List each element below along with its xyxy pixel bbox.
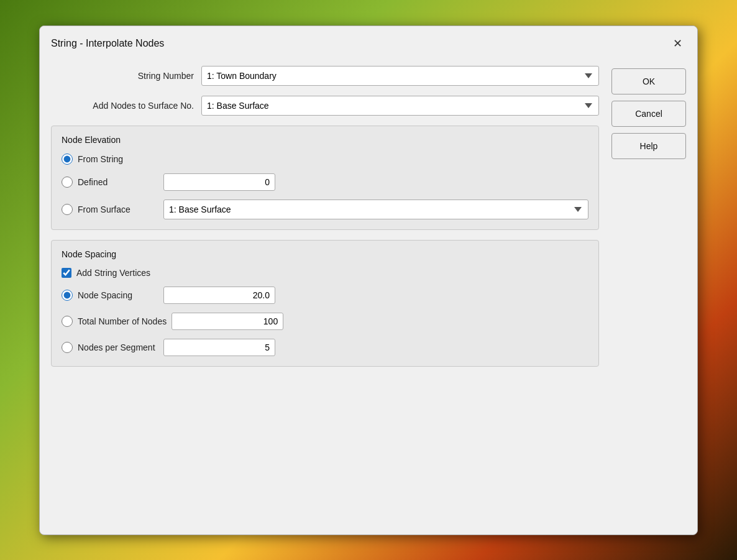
- defined-row: Defined: [62, 173, 588, 191]
- add-string-vertices-row: Add String Vertices: [62, 268, 588, 278]
- side-buttons: OK Cancel Help: [611, 66, 686, 367]
- from-surface-select[interactable]: 1: Base Surface: [163, 200, 588, 219]
- node-spacing-label: Node Spacing: [78, 290, 158, 300]
- node-spacing-row: Node Spacing: [62, 287, 588, 304]
- string-number-label: String Number: [51, 71, 194, 81]
- node-spacing-section: Node Spacing Add String Vertices Node Sp…: [51, 240, 599, 367]
- from-string-row: From String: [62, 154, 588, 165]
- node-elevation-title: Node Elevation: [62, 135, 588, 145]
- from-string-label: From String: [78, 154, 158, 164]
- node-spacing-radio[interactable]: [62, 290, 73, 301]
- from-surface-radio[interactable]: [62, 204, 73, 215]
- add-string-vertices-checkbox[interactable]: [62, 268, 71, 278]
- dialog-title: String - Interpolate Nodes: [51, 38, 164, 49]
- add-string-vertices-label: Add String Vertices: [76, 268, 150, 278]
- total-nodes-row: Total Number of Nodes: [62, 313, 588, 330]
- defined-value-input[interactable]: [163, 173, 275, 191]
- help-button[interactable]: Help: [611, 133, 686, 159]
- nodes-per-segment-value-input[interactable]: [163, 339, 275, 356]
- node-spacing-value-input[interactable]: [163, 287, 275, 304]
- string-number-select[interactable]: 1: Town Boundary: [201, 66, 599, 86]
- from-string-radio[interactable]: [62, 154, 73, 165]
- defined-label: Defined: [78, 177, 158, 187]
- add-nodes-select[interactable]: 1: Base Surface: [201, 96, 599, 116]
- string-number-row: String Number 1: Town Boundary: [51, 66, 599, 86]
- main-content: String Number 1: Town Boundary Add Nodes…: [51, 66, 599, 367]
- total-nodes-label: Total Number of Nodes: [78, 316, 167, 326]
- nodes-per-segment-label: Nodes per Segment: [78, 342, 158, 352]
- total-nodes-radio[interactable]: [62, 316, 73, 327]
- from-surface-row: From Surface 1: Base Surface: [62, 200, 588, 219]
- dialog-body: String Number 1: Town Boundary Add Nodes…: [40, 60, 697, 379]
- close-button[interactable]: ✕: [669, 35, 686, 52]
- dialog-window: String - Interpolate Nodes ✕ String Numb…: [39, 25, 698, 535]
- nodes-per-segment-radio[interactable]: [62, 342, 73, 353]
- add-nodes-label: Add Nodes to Surface No.: [51, 101, 194, 111]
- from-surface-label: From Surface: [78, 204, 158, 214]
- ok-button[interactable]: OK: [611, 68, 686, 94]
- node-spacing-title: Node Spacing: [62, 249, 588, 259]
- node-elevation-section: Node Elevation From String Defined From …: [51, 126, 599, 230]
- cancel-button[interactable]: Cancel: [611, 101, 686, 127]
- add-nodes-row: Add Nodes to Surface No. 1: Base Surface: [51, 96, 599, 116]
- nodes-per-segment-row: Nodes per Segment: [62, 339, 588, 356]
- total-nodes-value-input[interactable]: [172, 313, 283, 330]
- defined-radio[interactable]: [62, 177, 73, 188]
- dialog-titlebar: String - Interpolate Nodes ✕: [40, 26, 697, 60]
